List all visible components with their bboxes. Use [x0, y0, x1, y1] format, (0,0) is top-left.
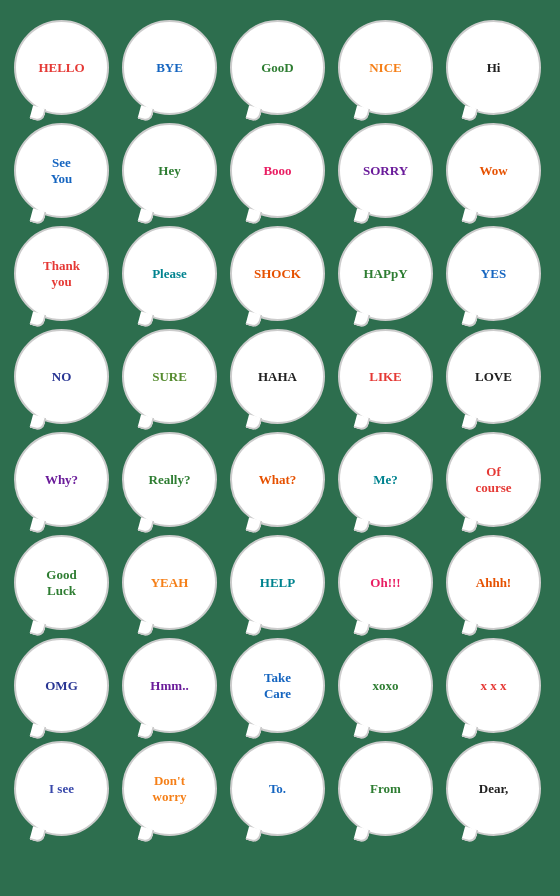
speech-bubble-13[interactable]: HAPpY	[338, 226, 433, 321]
bubble-text-19: LOVE	[471, 365, 516, 389]
speech-bubble-11[interactable]: Please	[122, 226, 217, 321]
speech-bubble-19[interactable]: LOVE	[446, 329, 541, 424]
speech-bubble-21[interactable]: Really?	[122, 432, 217, 527]
bubble-text-35: I see	[45, 777, 78, 801]
bubble-text-17: HAHA	[254, 365, 301, 389]
speech-bubble-17[interactable]: HAHA	[230, 329, 325, 424]
bubble-text-37: To.	[265, 777, 290, 801]
bubble-text-0: HELLO	[34, 56, 88, 80]
speech-bubble-35[interactable]: I see	[14, 741, 109, 836]
bubble-text-5: See You	[47, 151, 77, 190]
speech-bubble-18[interactable]: LIKE	[338, 329, 433, 424]
bubble-text-32: Take Care	[260, 666, 295, 705]
bubble-text-6: Hey	[154, 159, 184, 183]
bubble-text-20: Why?	[41, 468, 82, 492]
bubble-text-15: NO	[48, 365, 76, 389]
bubble-text-22: What?	[255, 468, 301, 492]
bubble-text-29: Ahhh!	[472, 571, 515, 595]
sticker-grid: HELLOBYEGooDNICEHiSee YouHeyBoooSORRYWow…	[4, 10, 556, 846]
speech-bubble-33[interactable]: xoxo	[338, 638, 433, 733]
bubble-text-16: SURE	[148, 365, 191, 389]
bubble-text-25: Good Luck	[42, 563, 80, 602]
speech-bubble-29[interactable]: Ahhh!	[446, 535, 541, 630]
bubble-text-31: Hmm..	[146, 674, 192, 698]
speech-bubble-26[interactable]: YEAH	[122, 535, 217, 630]
bubble-text-36: Don't worry	[149, 769, 191, 808]
speech-bubble-5[interactable]: See You	[14, 123, 109, 218]
speech-bubble-28[interactable]: Oh!!!	[338, 535, 433, 630]
speech-bubble-9[interactable]: Wow	[446, 123, 541, 218]
speech-bubble-37[interactable]: To.	[230, 741, 325, 836]
speech-bubble-31[interactable]: Hmm..	[122, 638, 217, 733]
speech-bubble-12[interactable]: SHOCK	[230, 226, 325, 321]
bubble-text-2: GooD	[257, 56, 298, 80]
speech-bubble-30[interactable]: OMG	[14, 638, 109, 733]
bubble-text-28: Oh!!!	[366, 571, 404, 595]
bubble-text-38: From	[366, 777, 405, 801]
speech-bubble-32[interactable]: Take Care	[230, 638, 325, 733]
speech-bubble-3[interactable]: NICE	[338, 20, 433, 115]
speech-bubble-15[interactable]: NO	[14, 329, 109, 424]
speech-bubble-8[interactable]: SORRY	[338, 123, 433, 218]
speech-bubble-6[interactable]: Hey	[122, 123, 217, 218]
bubble-text-30: OMG	[41, 674, 82, 698]
bubble-text-13: HAPpY	[359, 262, 411, 286]
speech-bubble-0[interactable]: HELLO	[14, 20, 109, 115]
speech-bubble-14[interactable]: YES	[446, 226, 541, 321]
speech-bubble-34[interactable]: x x x	[446, 638, 541, 733]
speech-bubble-36[interactable]: Don't worry	[122, 741, 217, 836]
speech-bubble-25[interactable]: Good Luck	[14, 535, 109, 630]
speech-bubble-38[interactable]: From	[338, 741, 433, 836]
speech-bubble-27[interactable]: HELP	[230, 535, 325, 630]
bubble-text-33: xoxo	[369, 674, 403, 698]
bubble-text-11: Please	[148, 262, 191, 286]
bubble-text-39: Dear,	[475, 777, 513, 801]
speech-bubble-22[interactable]: What?	[230, 432, 325, 527]
bubble-text-1: BYE	[152, 56, 187, 80]
speech-bubble-39[interactable]: Dear,	[446, 741, 541, 836]
bubble-text-23: Me?	[369, 468, 402, 492]
bubble-text-7: Booo	[259, 159, 295, 183]
bubble-text-9: Wow	[475, 159, 511, 183]
speech-bubble-20[interactable]: Why?	[14, 432, 109, 527]
bubble-text-21: Really?	[145, 468, 195, 492]
speech-bubble-4[interactable]: Hi	[446, 20, 541, 115]
bubble-text-34: x x x	[477, 674, 511, 698]
bubble-text-8: SORRY	[359, 159, 412, 183]
bubble-text-3: NICE	[365, 56, 406, 80]
bubble-text-12: SHOCK	[250, 262, 305, 286]
bubble-text-27: HELP	[256, 571, 299, 595]
speech-bubble-10[interactable]: Thank you	[14, 226, 109, 321]
bubble-text-26: YEAH	[147, 571, 193, 595]
bubble-text-18: LIKE	[365, 365, 406, 389]
bubble-text-24: Of course	[471, 460, 515, 499]
speech-bubble-23[interactable]: Me?	[338, 432, 433, 527]
speech-bubble-7[interactable]: Booo	[230, 123, 325, 218]
bubble-text-10: Thank you	[39, 254, 84, 293]
bubble-text-4: Hi	[483, 56, 505, 80]
speech-bubble-2[interactable]: GooD	[230, 20, 325, 115]
speech-bubble-1[interactable]: BYE	[122, 20, 217, 115]
speech-bubble-24[interactable]: Of course	[446, 432, 541, 527]
bubble-text-14: YES	[477, 262, 510, 286]
speech-bubble-16[interactable]: SURE	[122, 329, 217, 424]
